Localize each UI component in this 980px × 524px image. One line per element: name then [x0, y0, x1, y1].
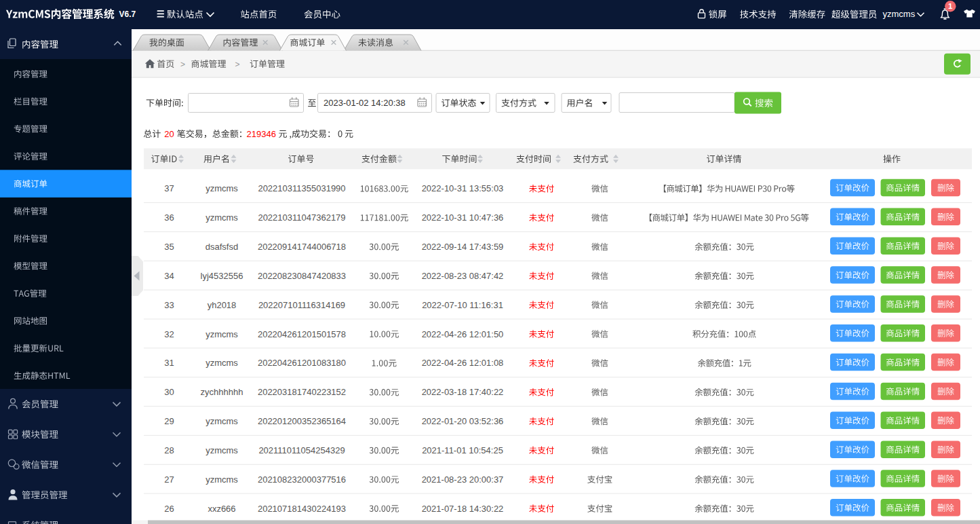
svg-text:>: > [235, 60, 239, 69]
svg-text:yzmcms: yzmcms [205, 474, 238, 485]
svg-text:202207101116314169: 202207101116314169 [258, 300, 345, 310]
svg-text:202210311047362179: 202210311047362179 [258, 212, 345, 223]
svg-text:xxz666: xxz666 [208, 504, 235, 514]
svg-text:202201200352365164: 202201200352365164 [258, 416, 346, 426]
svg-text:zychhhhhh: zychhhhhh [201, 387, 243, 397]
svg-text:26: 26 [164, 504, 174, 514]
svg-text:yh2018: yh2018 [208, 300, 237, 310]
svg-text:2022-03-18 17:40:22: 2022-03-18 17:40:22 [422, 387, 504, 397]
svg-text:202204261201501578: 202204261201501578 [258, 329, 346, 339]
svg-text:2022-01-20 03:52:36: 2022-01-20 03:52:36 [422, 416, 504, 426]
svg-text:2022-10-31 10:47:36: 2022-10-31 10:47:36 [422, 212, 504, 223]
svg-text:>: > [180, 60, 185, 69]
svg-text:202208230847420833: 202208230847420833 [258, 271, 346, 281]
svg-text:27: 27 [164, 474, 174, 485]
svg-text:32: 32 [164, 329, 174, 339]
svg-text:lyj4532556: lyj4532556 [201, 271, 243, 281]
svg-text:31: 31 [164, 358, 174, 368]
svg-text:1: 1 [948, 2, 953, 10]
svg-text:2022-09-14 17:43:59: 2022-09-14 17:43:59 [422, 242, 504, 252]
svg-text:202107181430224193: 202107181430224193 [258, 504, 346, 514]
svg-text:V6.7: V6.7 [119, 10, 136, 19]
svg-text:2022-08-23 08:47:42: 2022-08-23 08:47:42 [422, 271, 504, 281]
svg-text:35: 35 [164, 242, 174, 252]
svg-text:29: 29 [164, 416, 174, 426]
svg-text:2021-11-01 10:54:25: 2021-11-01 10:54:25 [422, 445, 503, 455]
svg-text:202111011054254329: 202111011054254329 [258, 445, 345, 455]
svg-text:36: 36 [164, 212, 174, 223]
svg-text:yzmcms: yzmcms [205, 358, 238, 368]
svg-text:2023-01-02 14:20:38: 2023-01-02 14:20:38 [324, 98, 406, 108]
svg-text:2021-08-23 20:00:37: 2021-08-23 20:00:37 [422, 474, 504, 485]
svg-text:202209141744006718: 202209141744006718 [258, 242, 346, 252]
svg-text:202204261201083180: 202204261201083180 [258, 358, 346, 368]
svg-text:202210311355031990: 202210311355031990 [258, 183, 345, 193]
svg-text:yzmcms: yzmcms [205, 329, 238, 339]
svg-text:20: 20 [164, 129, 174, 139]
svg-text:yzmcms: yzmcms [205, 183, 238, 193]
svg-text:2022-07-10 11:16:31: 2022-07-10 11:16:31 [422, 300, 503, 310]
svg-text:yzmcms: yzmcms [205, 445, 238, 455]
svg-text:2022-10-31 13:55:03: 2022-10-31 13:55:03 [422, 183, 504, 193]
svg-text:37: 37 [164, 183, 174, 193]
svg-text:202108232000377516: 202108232000377516 [258, 474, 346, 485]
svg-text:dsafsfsd: dsafsfsd [205, 242, 238, 252]
svg-text:33: 33 [164, 300, 174, 310]
svg-text:yzmcms: yzmcms [205, 416, 238, 426]
svg-text:34: 34 [164, 271, 174, 281]
svg-text:202203181740223152: 202203181740223152 [258, 387, 346, 397]
svg-text:yzmcms: yzmcms [883, 9, 916, 19]
svg-text:2021-07-18 14:30:22: 2021-07-18 14:30:22 [422, 504, 504, 514]
svg-text:yzmcms: yzmcms [205, 212, 238, 223]
svg-text:28: 28 [164, 445, 174, 455]
svg-text:30: 30 [164, 387, 174, 397]
svg-text:2022-04-26 12:01:08: 2022-04-26 12:01:08 [422, 358, 504, 368]
svg-text:2022-04-26 12:01:50: 2022-04-26 12:01:50 [422, 329, 504, 339]
svg-text:219346: 219346 [247, 129, 276, 139]
